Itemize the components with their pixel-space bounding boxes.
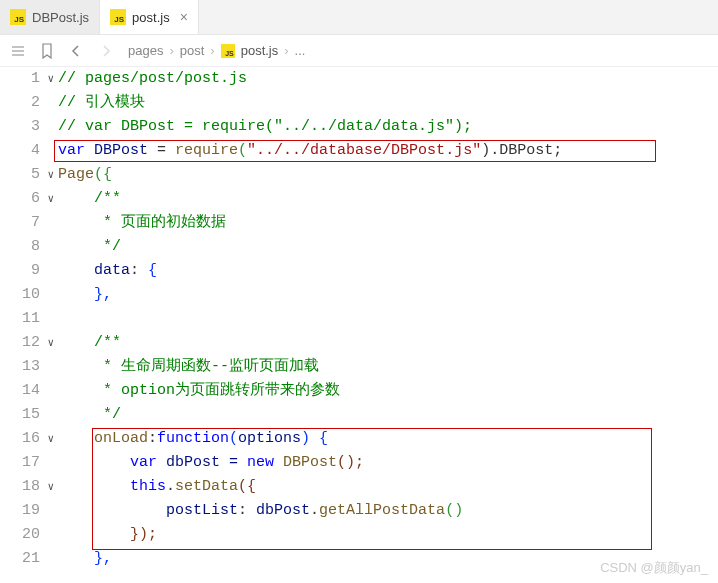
breadcrumb-seg[interactable]: post [180, 43, 205, 58]
code-line: // 引入模块 [58, 91, 718, 115]
code-line: data: { [58, 259, 718, 283]
toolbar: pages › post › JS post.js › ... [0, 35, 718, 67]
chevron-right-icon: › [169, 43, 173, 58]
code-line: * option为页面跳转所带来的参数 [58, 379, 718, 403]
breadcrumb: pages › post › JS post.js › ... [128, 43, 305, 58]
tab-label: post.js [132, 10, 170, 25]
code-line: var dbPost = new DBPost(); [58, 451, 718, 475]
js-file-icon: JS [10, 9, 26, 25]
chevron-right-icon: › [284, 43, 288, 58]
code-line: onLoad:function(options) { [58, 427, 718, 451]
tab-label: DBPost.js [32, 10, 89, 25]
code-line: postList: dbPost.getAllPostData() [58, 499, 718, 523]
fold-icon[interactable]: ∨ [47, 67, 54, 91]
back-icon[interactable] [68, 43, 84, 59]
fold-icon[interactable]: ∨ [47, 427, 54, 451]
close-icon[interactable]: × [180, 9, 188, 25]
chevron-right-icon: › [210, 43, 214, 58]
menu-icon[interactable] [10, 43, 26, 59]
code-line: }); [58, 523, 718, 547]
breadcrumb-ellipsis[interactable]: ... [295, 43, 306, 58]
watermark: CSDN @颜颜yan_ [600, 559, 708, 577]
code-line: */ [58, 235, 718, 259]
breadcrumb-seg[interactable]: pages [128, 43, 163, 58]
code-line: // var DBPost = require("../../data/data… [58, 115, 718, 139]
tab-post[interactable]: JS post.js × [100, 0, 199, 34]
code-editor[interactable]: 1∨ 2 3 4 5∨ 6∨ 7 8 9 10 11 12∨ 13 14 15 … [0, 67, 718, 571]
fold-icon[interactable]: ∨ [47, 475, 54, 499]
code-line: /** [58, 331, 718, 355]
js-file-icon: JS [221, 44, 235, 58]
code-line: this.setData({ [58, 475, 718, 499]
code-line: Page({ [58, 163, 718, 187]
fold-icon[interactable]: ∨ [47, 187, 54, 211]
code-line: // pages/post/post.js [58, 67, 718, 91]
breadcrumb-seg[interactable]: post.js [241, 43, 279, 58]
js-file-icon: JS [110, 9, 126, 25]
fold-icon[interactable]: ∨ [47, 331, 54, 355]
forward-icon[interactable] [98, 43, 114, 59]
tab-bar: JS DBPost.js JS post.js × [0, 0, 718, 35]
code-line: var DBPost = require("../../database/DBP… [58, 139, 718, 163]
line-gutter: 1∨ 2 3 4 5∨ 6∨ 7 8 9 10 11 12∨ 13 14 15 … [0, 67, 58, 571]
code-line: * 页面的初始数据 [58, 211, 718, 235]
fold-icon[interactable]: ∨ [47, 163, 54, 187]
code-content[interactable]: // pages/post/post.js // 引入模块 // var DBP… [58, 67, 718, 571]
code-line: /** [58, 187, 718, 211]
code-line [58, 307, 718, 331]
code-line: }, [58, 283, 718, 307]
code-line: */ [58, 403, 718, 427]
code-line: * 生命周期函数--监听页面加载 [58, 355, 718, 379]
bookmark-icon[interactable] [40, 43, 54, 59]
tab-dbpost[interactable]: JS DBPost.js [0, 0, 100, 34]
